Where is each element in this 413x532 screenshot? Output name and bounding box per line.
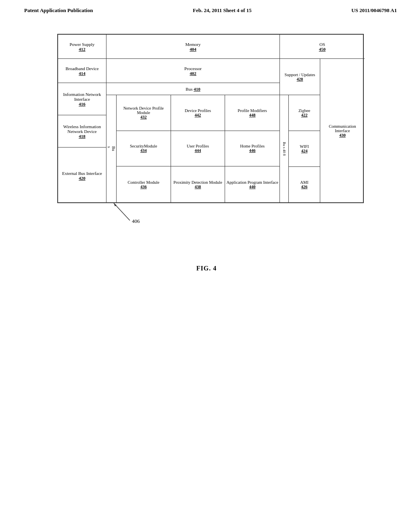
right-sub-cells: Zigbee 422 WIFI 424 <box>289 95 320 202</box>
svg-line-2 <box>114 203 130 220</box>
right-bus-vert-text: Bu s 40 8 <box>282 142 286 156</box>
cm-num: 436 <box>140 185 147 189</box>
bus-label: Bus <box>186 87 192 91</box>
communication-interface-box: Communication Interface 430 <box>320 59 365 202</box>
mid-grid: Network Device Profile Module 432 Device… <box>117 95 280 202</box>
right-inner: Support / Updates 428 Bu s 40 8 <box>280 59 365 202</box>
dp-num: 442 <box>195 113 201 117</box>
os-box: OS 450 <box>280 35 365 59</box>
processor-num: 402 <box>190 71 196 76</box>
memory-box: Memory 404 <box>106 35 280 59</box>
bus-vertical-label: Bus <box>106 95 117 202</box>
ami-box: AMI 426 <box>289 167 320 202</box>
header-left: Patent Application Publication <box>24 7 93 14</box>
wifi-num: 424 <box>301 149 308 153</box>
right-column: OS 450 Support / Updates 428 <box>280 35 365 202</box>
power-supply-num: 412 <box>79 47 86 52</box>
proximity-detection-cell: Proximity Detection Module 438 <box>171 166 225 202</box>
middle-column: Memory 404 Processor 402 Bus 410 Bus <box>106 35 280 202</box>
header-right: US 2011/0046798 A1 <box>351 7 397 14</box>
processor-label: Processor <box>184 66 202 71</box>
zigbee-box: Zigbee 422 <box>289 95 320 131</box>
up-num: 444 <box>195 148 201 153</box>
sm-num: 434 <box>140 148 147 153</box>
ap-label: Application Program Interface <box>227 180 278 185</box>
processor-box: Processor 402 <box>106 59 280 83</box>
wireless-info-box: Wireless Information Network Device 418 <box>58 115 106 148</box>
wireless-info-num: 418 <box>79 134 86 139</box>
support-updates-box: Support / Updates 428 <box>280 59 320 95</box>
su-num: 428 <box>297 77 303 81</box>
wifi-label: WIFI <box>300 144 309 149</box>
right-bus-zigbee-section: Bu s 40 8 Zigbee 422 <box>280 95 320 202</box>
sm-label: SecurityModule <box>130 144 157 148</box>
bus-row: Bus 410 <box>106 83 280 95</box>
device-profiles-cell: Device Profiles 442 <box>171 95 225 131</box>
label-406: 406 <box>132 218 140 224</box>
broadband-device-num: 414 <box>79 71 86 76</box>
home-profiles-cell: Home Profiles 446 <box>225 131 280 167</box>
fig-label: FIG. 4 <box>0 265 413 272</box>
hp-label: Home Profiles <box>240 144 265 148</box>
bus-num: 410 <box>194 87 200 91</box>
power-supply-label: Power Supply <box>69 42 94 47</box>
pd-label: Proximity Detection Module <box>173 180 222 185</box>
diagram-area: 400 Power Supply 412 Broadband Device 41… <box>57 34 372 212</box>
label-406-area: 406 <box>57 205 372 212</box>
network-device-profile-cell: Network Device Profile Module 432 <box>117 95 171 131</box>
arrow-406-icon <box>110 201 134 221</box>
pm-num: 448 <box>249 113 256 117</box>
ci-label: Communication Interface <box>322 124 363 133</box>
pm-label: Profile Modifiers <box>238 108 267 113</box>
ami-num: 426 <box>301 185 308 189</box>
power-supply-box: Power Supply 412 <box>58 35 106 59</box>
ci-num: 430 <box>339 133 346 137</box>
ndp-num: 432 <box>140 115 147 119</box>
info-network-box: Information Network Interface 416 <box>58 83 106 115</box>
hp-num: 446 <box>249 148 256 153</box>
zigbee-num: 422 <box>301 113 308 117</box>
os-label: OS <box>319 42 326 47</box>
ndp-label: Network Device Profile Module <box>118 106 169 115</box>
main-device-box: Power Supply 412 Broadband Device 414 In… <box>57 34 364 203</box>
memory-num: 404 <box>190 47 196 52</box>
external-bus-num: 420 <box>79 176 86 181</box>
info-network-num: 416 <box>79 102 86 106</box>
right-bus-vertical-label: Bu s 40 8 <box>280 95 289 202</box>
external-bus-box: External Bus Interface 420 <box>58 148 106 204</box>
controller-module-cell: Controller Module 436 <box>117 166 171 202</box>
broadband-device-box: Broadband Device 414 <box>58 59 106 83</box>
bus-vert-text: Bus <box>107 146 116 151</box>
memory-label: Memory <box>186 42 201 47</box>
app-program-cell: Application Program Interface 440 <box>225 166 280 202</box>
broadband-device-label: Broadband Device <box>65 66 98 71</box>
page-header: Patent Application Publication Feb. 24, … <box>0 0 413 18</box>
pd-num: 438 <box>195 185 201 189</box>
os-num: 450 <box>319 47 326 52</box>
header-middle: Feb. 24, 2011 Sheet 4 of 15 <box>193 7 252 14</box>
right-sub-left: Support / Updates 428 Bu s 40 8 <box>280 59 320 202</box>
ami-label: AMI <box>300 180 308 185</box>
dp-label: Device Profiles <box>185 108 211 113</box>
info-network-label: Information Network Interface <box>60 92 104 102</box>
zigbee-label: Zigbee <box>298 108 310 113</box>
ap-num: 440 <box>249 185 256 189</box>
user-profiles-cell: User Profiles 444 <box>171 131 225 167</box>
su-label: Support / Updates <box>285 73 315 77</box>
security-module-cell: SecurityModule 434 <box>117 131 171 167</box>
external-bus-label: External Bus Interface <box>62 171 102 176</box>
wireless-info-label: Wireless Information Network Device <box>60 124 104 134</box>
up-label: User Profiles <box>187 144 209 148</box>
profile-modifiers-cell: Profile Modifiers 448 <box>225 95 280 131</box>
cm-label: Controller Module <box>128 180 159 185</box>
wifi-box: WIFI 424 <box>289 131 320 167</box>
mid-bus-section: Bus Network Device Profile Module 432 De… <box>106 95 280 202</box>
left-column: Power Supply 412 Broadband Device 414 In… <box>58 35 106 202</box>
